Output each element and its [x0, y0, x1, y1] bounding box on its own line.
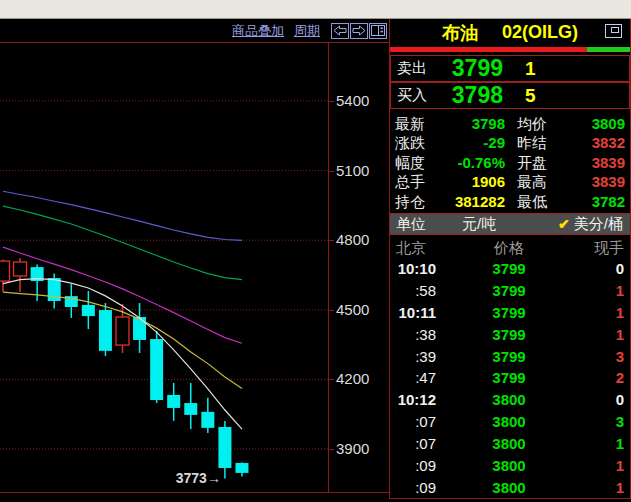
stat-label: 幅度: [395, 153, 437, 172]
tick-row: :47 3799 2: [390, 367, 630, 389]
axis-label: 4500: [336, 301, 369, 318]
stat-value: 3782: [583, 192, 625, 211]
tick-time: 10:10: [396, 258, 436, 280]
tick-row: :07 3800 3: [390, 411, 630, 433]
tick-time: :47: [396, 367, 436, 389]
bid-row[interactable]: 买入 3798 5: [390, 82, 630, 109]
instrument-code: 02(OILG): [502, 22, 578, 43]
instrument-title: 布油 02(OILG): [390, 19, 630, 46]
tick-row: 10:10 3799 0: [390, 258, 630, 280]
kline-chart[interactable]: 3773→: [0, 43, 328, 492]
tick-time: :58: [396, 280, 436, 302]
toolbar-icon-group: [330, 23, 387, 39]
tick-time: :39: [396, 346, 436, 368]
unit-option-cents-barrel[interactable]: ✔ 美分/桶: [558, 215, 630, 234]
axis-label: 3900: [336, 440, 369, 457]
prev-chart-button[interactable]: [331, 23, 349, 39]
tick-time: :07: [396, 411, 436, 433]
kline-chart-area: 3773→ 540051004800450042003900: [0, 42, 389, 493]
stat-label: 总手: [395, 172, 437, 191]
stat-row: 总手 1906 最高 3839: [390, 172, 630, 191]
period-link[interactable]: 周期: [294, 22, 320, 40]
stat-label: 最低: [505, 192, 583, 211]
axis-label: 5100: [336, 162, 369, 179]
tick-price: 3800: [436, 433, 568, 455]
axis-tick-mark: [329, 171, 334, 172]
ma-white: [3, 279, 242, 429]
axis-tick-mark: [329, 101, 334, 102]
axis-label: 4800: [336, 231, 369, 248]
tick-row: :09 3800 1: [390, 455, 630, 477]
bid-qty: 5: [525, 85, 536, 107]
tick-time: 10:12: [396, 389, 436, 411]
right-arrow-icon: [352, 25, 366, 37]
bid-price: 3798: [447, 82, 503, 109]
tick-qty: 1: [568, 280, 624, 302]
tick-time: :07: [396, 433, 436, 455]
tick-row: :38 3799 1: [390, 324, 630, 346]
tick-time: :09: [396, 455, 436, 477]
tick-header-qty: 现手: [568, 239, 624, 257]
tick-price: 3799: [436, 280, 568, 302]
tick-price: 3800: [436, 455, 568, 477]
tick-price: 3799: [436, 302, 568, 324]
tick-qty: 1: [568, 455, 624, 477]
tick-header-price: 价格: [436, 239, 568, 257]
tick-price: 3799: [436, 324, 568, 346]
ask-price: 3799: [447, 55, 503, 82]
tick-price: 3800: [436, 389, 568, 411]
ma-blue: [3, 191, 242, 240]
stat-value: 3798: [437, 114, 505, 133]
split-window-button[interactable]: [369, 23, 387, 39]
axis-tick-mark: [329, 240, 334, 241]
stat-value: 381282: [437, 192, 505, 211]
left-arrow-icon: [333, 25, 347, 37]
tick-header-time: 北京: [396, 239, 436, 257]
stat-label: 持仓: [395, 192, 437, 211]
stat-label: 开盘: [505, 153, 583, 172]
tick-price: 3799: [436, 367, 568, 389]
split-window-icon: [371, 25, 385, 37]
quote-panel: 布油 02(OILG) 卖出 3799 1 买入 3798 5 最新 3798 …: [389, 19, 631, 499]
next-chart-button[interactable]: [350, 23, 368, 39]
window-titlebar-strip: [0, 0, 631, 19]
check-icon: ✔: [558, 216, 570, 232]
ratio-bar-green-segment: [587, 47, 630, 52]
tick-row: :58 3799 1: [390, 280, 630, 302]
tick-row: :09 3800 1: [390, 477, 630, 499]
stat-value: -0.76%: [437, 153, 505, 172]
restore-window-icon: [611, 27, 619, 33]
tick-time: :38: [396, 324, 436, 346]
axis-label: 5400: [336, 92, 369, 109]
unit-row: 单位 元/吨 ✔ 美分/桶: [390, 213, 630, 235]
price-axis: 540051004800450042003900: [328, 43, 389, 492]
stat-row: 幅度 -0.76% 开盘 3839: [390, 153, 630, 172]
stat-label: 均价: [505, 114, 583, 133]
tick-list-header: 北京 价格 现手: [390, 239, 630, 257]
stat-row: 最新 3798 均价 3809: [390, 114, 630, 133]
tick-qty: 2: [568, 367, 624, 389]
axis-tick-mark: [329, 310, 334, 311]
tick-row: 10:12 3800 0: [390, 389, 630, 411]
unit-option-yuan-ton[interactable]: 元/吨: [462, 215, 532, 234]
stat-value: -29: [437, 133, 505, 152]
stat-value: 3839: [583, 172, 625, 191]
chart-toolbar: 商品叠加 周期: [0, 19, 389, 42]
unit-option-cents-label: 美分/桶: [574, 215, 623, 234]
low-annotation: 3773→: [176, 470, 221, 486]
stat-label: 昨结: [505, 133, 583, 152]
ask-row[interactable]: 卖出 3799 1: [390, 55, 630, 82]
restore-window-button[interactable]: [605, 24, 622, 38]
tick-qty: 0: [568, 389, 624, 411]
stat-row: 涨跌 -29 昨结 3832: [390, 133, 630, 152]
unit-label: 单位: [390, 215, 462, 234]
commodity-overlay-link[interactable]: 商品叠加: [232, 22, 284, 40]
tick-qty: 1: [568, 433, 624, 455]
stat-label: 最高: [505, 172, 583, 191]
ask-qty: 1: [525, 58, 536, 80]
tick-time: 10:11: [396, 302, 436, 324]
tick-qty: 1: [568, 324, 624, 346]
tick-row: :39 3799 3: [390, 346, 630, 368]
bid-label: 买入: [391, 86, 447, 105]
tick-price: 3800: [436, 477, 568, 499]
